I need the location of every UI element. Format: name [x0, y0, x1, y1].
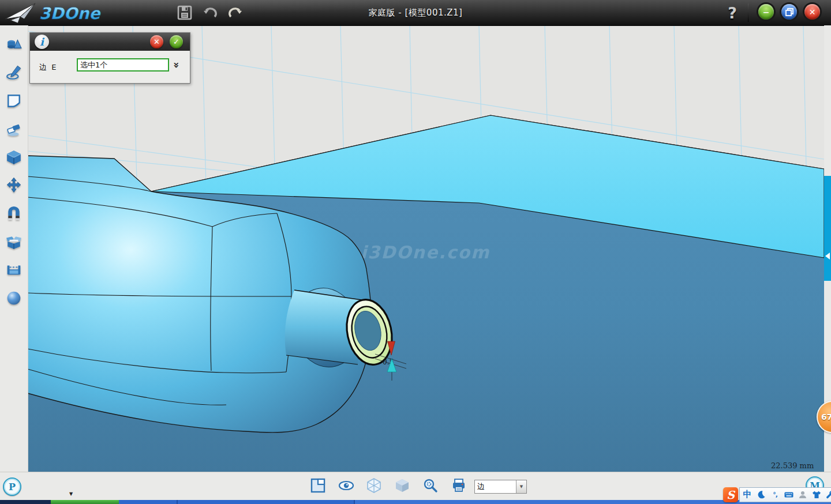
user-icon	[798, 490, 807, 499]
sidebar-item-move[interactable]	[6, 177, 22, 193]
sidebar-item-assembly[interactable]	[6, 234, 22, 250]
maximize-icon	[785, 8, 793, 16]
wireframe-cube-icon	[366, 477, 382, 494]
ime-fullhalf-toggle[interactable]	[756, 490, 766, 500]
magnet-icon	[6, 206, 22, 222]
expand-chevron-icon[interactable]: »	[170, 60, 183, 70]
collapse-arrow-icon	[825, 253, 830, 259]
sphere-icon	[6, 290, 22, 306]
help-button[interactable]: ?	[723, 1, 742, 24]
history-p-button[interactable]: P	[3, 477, 21, 496]
maximize-button[interactable]	[781, 4, 797, 20]
sidebar-item-feature[interactable]	[6, 149, 22, 166]
sidebar-item-edit[interactable]	[6, 122, 22, 138]
ime-punctuation-toggle[interactable]: °,	[770, 490, 780, 500]
3done-window: i3DOne.com	[0, 0, 831, 504]
viewport-3d[interactable]: i3DOne.com	[28, 25, 824, 472]
solids-icon	[6, 37, 22, 53]
sogou-logo[interactable]: S	[723, 487, 738, 502]
moon-icon	[757, 490, 766, 499]
magnifier-gear-icon	[422, 477, 439, 494]
dropdown-caret-icon[interactable]: ▼	[516, 480, 526, 493]
panel-collapse-tab[interactable]	[824, 176, 831, 281]
tool-sidebar	[0, 25, 28, 472]
info-icon: i	[35, 35, 49, 49]
taskbar-divider	[354, 499, 355, 504]
sidebar-item-plane[interactable]	[6, 93, 22, 109]
sketch-plane-icon	[6, 93, 22, 109]
os-taskbar-sliver[interactable]	[0, 499, 831, 504]
ime-softkeyboard-button[interactable]	[784, 490, 794, 500]
move-arrows-icon	[6, 177, 22, 193]
dialog-cancel-button[interactable]: ✕	[150, 35, 163, 48]
view-toolbar: P ▼	[0, 472, 831, 500]
measure-icon	[6, 262, 22, 278]
taskbar-divider	[177, 499, 178, 504]
print-button[interactable]	[451, 477, 467, 494]
printer-icon	[451, 477, 467, 494]
titlebar-separator	[748, 3, 748, 22]
shaded-cube-icon	[394, 477, 410, 494]
sidebar-item-render[interactable]	[6, 290, 22, 306]
view-plane-icon	[310, 477, 326, 494]
wireframe-view-button[interactable]	[366, 477, 382, 494]
edge-field-label: 边 E	[39, 62, 57, 73]
dialog-header[interactable]: i ✕ ✓	[30, 33, 190, 51]
taskbar-green-segment	[51, 499, 119, 504]
trim-eraser-icon	[6, 122, 22, 138]
sidebar-item-sketch[interactable]	[6, 65, 22, 81]
close-button[interactable]: ✕	[804, 4, 820, 20]
ime-language-toggle[interactable]: 中	[742, 490, 753, 500]
sidebar-item-solids[interactable]	[6, 37, 22, 53]
title-bar: 3DOne	[0, 0, 831, 26]
sidebar-item-magnet[interactable]	[6, 206, 22, 222]
cube-icon	[6, 149, 22, 166]
open-box-icon	[6, 234, 22, 250]
shaded-view-button[interactable]	[394, 477, 410, 494]
selection-dialog: i ✕ ✓ 边 E »	[29, 32, 190, 84]
selection-filter-dropdown[interactable]: 边 ▼	[474, 480, 527, 494]
minimize-button[interactable]: −	[758, 4, 774, 20]
scale-readout: 22.539 mm	[771, 461, 814, 470]
watermark: i3DOne.com	[361, 242, 490, 262]
taskbar-start-segment	[0, 499, 51, 504]
edge-selection-input[interactable]	[77, 58, 169, 72]
sidebar-item-measure[interactable]	[6, 262, 22, 278]
selection-filter-value: 边	[475, 480, 516, 493]
sketch-pencil-icon	[6, 65, 22, 81]
keyboard-icon	[784, 490, 793, 499]
visibility-button[interactable]	[338, 477, 354, 494]
ime-skin-button[interactable]	[811, 490, 822, 500]
history-caret-icon[interactable]: ▼	[69, 491, 73, 497]
eye-icon	[338, 477, 354, 494]
ime-settings-button[interactable]	[825, 490, 831, 500]
view-plane-button[interactable]	[310, 477, 326, 494]
zoom-settings-button[interactable]	[422, 477, 439, 494]
dialog-ok-button[interactable]: ✓	[170, 35, 183, 48]
ime-account-button[interactable]	[798, 490, 808, 500]
wrench-icon	[826, 490, 831, 499]
shirt-icon	[812, 490, 821, 499]
window-title: 家庭版 - [模型001.Z1]	[0, 0, 831, 25]
ime-toolbar: S 中 °,	[723, 487, 831, 502]
